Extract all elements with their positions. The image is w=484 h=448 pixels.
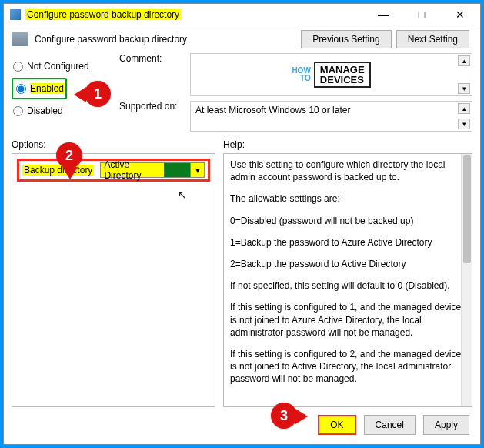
comment-box[interactable]: HOWTO MANAGEDEVICES ▴ ▾ <box>190 53 472 96</box>
help-text: 0=Disabled (password will not be backed … <box>230 215 466 227</box>
help-text: 1=Backup the password to Azure Active Di… <box>230 236 466 249</box>
titlebar: Configure password backup directory — □ … <box>4 4 480 25</box>
radio-disabled-input[interactable] <box>13 106 23 116</box>
radio-enabled-label: Enabled <box>30 83 64 94</box>
selection-highlight <box>164 163 190 177</box>
scroll-down-icon[interactable]: ▾ <box>458 83 470 94</box>
supported-text: At least Microsoft Windows 10 or later <box>195 105 350 115</box>
radio-not-configured-input[interactable] <box>13 62 23 72</box>
help-text: If not specified, this setting will defa… <box>230 279 466 292</box>
supported-label: Supported on: <box>119 101 190 132</box>
window-title: Configure password backup directory <box>25 9 181 20</box>
annotation-1: 1 <box>85 81 111 107</box>
close-button[interactable]: ✕ <box>446 6 474 23</box>
page-title: Configure password backup directory <box>35 34 187 45</box>
next-setting-button[interactable]: Next Setting <box>396 30 469 48</box>
options-panel: Backup directory Active Directory ▾ ↖ <box>12 153 215 407</box>
scrollbar[interactable] <box>461 154 472 406</box>
comment-label: Comment: <box>119 53 190 96</box>
annotation-3: 3 <box>271 403 297 429</box>
radio-not-configured[interactable]: Not Configured <box>12 58 112 75</box>
policy-icon <box>12 32 28 46</box>
help-text: The allowable settings are: <box>230 192 466 205</box>
scroll-up-icon[interactable]: ▴ <box>458 103 470 114</box>
backup-directory-value: Active Directory <box>101 159 164 181</box>
app-icon <box>10 9 21 20</box>
brand-logo: HOWTO MANAGEDEVICES <box>292 62 370 88</box>
backup-directory-select[interactable]: Active Directory ▾ <box>100 162 205 178</box>
apply-button[interactable]: Apply <box>423 415 469 435</box>
backup-directory-label: Backup directory <box>22 165 94 176</box>
scroll-down-icon[interactable]: ▾ <box>458 119 470 129</box>
maximize-button[interactable]: □ <box>408 6 436 23</box>
help-text: If this setting is configured to 1, and … <box>230 301 466 339</box>
radio-enabled[interactable]: Enabled <box>15 80 64 97</box>
help-label: Help: <box>223 139 472 150</box>
help-text: Use this setting to configure which dire… <box>230 159 466 183</box>
scrollbar-thumb[interactable] <box>463 155 471 263</box>
previous-setting-button[interactable]: Previous Setting <box>301 30 391 48</box>
annotation-2: 2 <box>56 142 82 169</box>
radio-not-configured-label: Not Configured <box>27 61 89 72</box>
cursor-icon: ↖ <box>178 189 187 201</box>
ok-button[interactable]: OK <box>318 415 355 435</box>
help-text: 2=Backup the password to Active Director… <box>230 258 466 270</box>
help-panel: Use this setting to configure which dire… <box>223 153 472 407</box>
supported-box: At least Microsoft Windows 10 or later ▴… <box>190 101 472 132</box>
radio-disabled-label: Disabled <box>27 105 63 116</box>
chevron-down-icon[interactable]: ▾ <box>190 163 204 177</box>
radio-enabled-input[interactable] <box>16 84 26 94</box>
help-text: If this setting is configured to 2, and … <box>230 348 466 386</box>
cancel-button[interactable]: Cancel <box>364 415 416 435</box>
backup-directory-row: Backup directory Active Directory ▾ <box>17 159 210 182</box>
scroll-up-icon[interactable]: ▴ <box>458 55 470 66</box>
minimize-button[interactable]: — <box>369 6 397 23</box>
options-label: Options: <box>12 139 215 150</box>
